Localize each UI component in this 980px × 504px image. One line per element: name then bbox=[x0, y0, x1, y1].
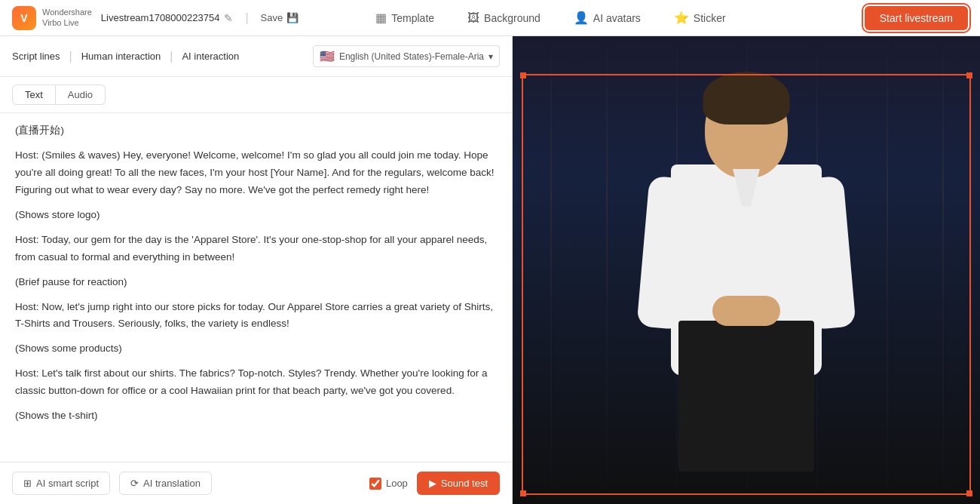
loop-area: Loop bbox=[369, 478, 408, 490]
script-line-3: (Shows store logo) bbox=[15, 207, 497, 224]
template-icon: ▦ bbox=[375, 11, 387, 25]
script-line-5: (Brief pause for reaction) bbox=[15, 274, 497, 291]
tab-script-lines[interactable]: Script lines bbox=[12, 51, 60, 62]
script-line-7: (Shows some products) bbox=[15, 340, 497, 358]
script-line-9: (Shows the t-shirt) bbox=[15, 407, 497, 425]
chevron-down-icon: ▾ bbox=[488, 51, 493, 62]
start-livestream-button[interactable]: Start livestream bbox=[865, 6, 968, 30]
ai-translation-icon: ⟳ bbox=[130, 478, 139, 489]
bg-line bbox=[606, 36, 608, 504]
script-line-1: (直播开始) bbox=[15, 122, 497, 140]
sound-test-play-icon: ▶ bbox=[429, 478, 436, 489]
nav-center: ▦ Template 🖼 Background 👤 AI avatars ⭐ S… bbox=[369, 8, 731, 28]
logo-text: Wondershare Virbo Live bbox=[42, 8, 92, 27]
nav-ai-avatars[interactable]: 👤 AI avatars bbox=[568, 8, 647, 28]
avatar-person bbox=[611, 59, 882, 481]
sound-test-button[interactable]: ▶ Sound test bbox=[417, 472, 500, 495]
stream-name: Livestream1708000223754 ✎ bbox=[101, 12, 234, 24]
avatar-hair bbox=[703, 72, 790, 124]
tab-text[interactable]: Text bbox=[12, 85, 56, 105]
loop-checkbox[interactable] bbox=[369, 478, 381, 490]
avatar-hands bbox=[712, 296, 780, 326]
ai-smart-script-icon: ⊞ bbox=[23, 478, 32, 489]
script-line-2: Host: (Smiles & waves) Hey, everyone! We… bbox=[15, 147, 497, 199]
right-panel bbox=[513, 36, 980, 504]
main-layout: Script lines | Human interaction | AI in… bbox=[0, 36, 980, 504]
save-button[interactable]: Save 💾 bbox=[261, 12, 299, 23]
ai-translation-button[interactable]: ⟳ AI translation bbox=[119, 472, 212, 495]
nav-sticker[interactable]: ⭐ Sticker bbox=[668, 8, 732, 28]
logo-area: V Wondershare Virbo Live bbox=[12, 6, 92, 30]
script-line-4: Host: Today, our gem for the day is the … bbox=[15, 232, 497, 266]
nav-background[interactable]: 🖼 Background bbox=[461, 8, 547, 28]
edit-icon[interactable]: ✎ bbox=[224, 12, 233, 24]
avatar-image[interactable] bbox=[611, 59, 882, 481]
separator: | bbox=[245, 11, 248, 25]
background-icon: 🖼 bbox=[467, 11, 479, 25]
avatar-lower-body bbox=[678, 321, 814, 472]
ai-avatars-icon: 👤 bbox=[574, 11, 589, 25]
bg-line bbox=[550, 36, 552, 504]
left-panel: Script lines | Human interaction | AI in… bbox=[0, 36, 513, 504]
tab-human-interaction[interactable]: Human interaction bbox=[81, 51, 161, 62]
ai-smart-script-button[interactable]: ⊞ AI smart script bbox=[12, 472, 110, 495]
save-icon: 💾 bbox=[286, 12, 299, 23]
bg-line bbox=[942, 36, 944, 504]
language-selector[interactable]: 🇺🇸 English (United States)-Female-Aria ▾ bbox=[313, 45, 500, 67]
script-content[interactable]: (直播开始) Host: (Smiles & waves) Hey, every… bbox=[0, 113, 512, 462]
topbar: V Wondershare Virbo Live Livestream17080… bbox=[0, 0, 980, 36]
script-tabs: Script lines | Human interaction | AI in… bbox=[0, 36, 512, 77]
flag-icon: 🇺🇸 bbox=[320, 49, 335, 63]
bg-line bbox=[887, 36, 888, 504]
virbo-logo-icon: V bbox=[12, 6, 36, 30]
script-line-6: Host: Now, let's jump right into our sto… bbox=[15, 299, 497, 333]
tab-audio[interactable]: Audio bbox=[56, 85, 106, 105]
sticker-icon: ⭐ bbox=[674, 11, 689, 25]
bottom-bar: ⊞ AI smart script ⟳ AI translation Loop … bbox=[0, 462, 512, 504]
avatar-background bbox=[513, 36, 980, 504]
script-line-8: Host: Let's talk first about our shirts.… bbox=[15, 365, 497, 400]
text-audio-tabs: Text Audio bbox=[0, 77, 512, 113]
tab-ai-interaction[interactable]: AI interaction bbox=[182, 51, 239, 62]
nav-template[interactable]: ▦ Template bbox=[369, 8, 440, 28]
